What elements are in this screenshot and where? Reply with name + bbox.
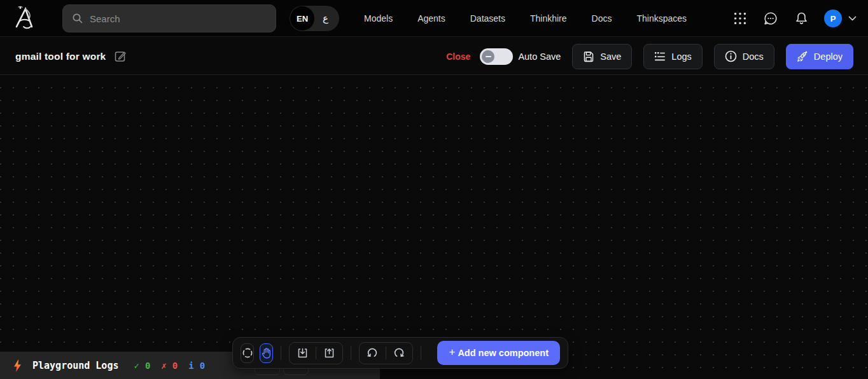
info-i-icon: i: [188, 361, 193, 371]
toolbar-divider: [281, 346, 281, 360]
success-check-icon: ✓: [134, 361, 139, 371]
canvas-toolbar: + Add new component: [232, 337, 568, 369]
info-count: 0: [200, 361, 205, 371]
fit-view-icon: [242, 347, 253, 359]
edit-title-icon[interactable]: [115, 50, 127, 62]
undo-icon: [367, 347, 378, 359]
playground-logs-title: Playground Logs: [32, 360, 118, 371]
toolbar-divider: [351, 346, 351, 360]
search-input[interactable]: [90, 13, 267, 24]
nav-link-thinkhire[interactable]: Thinkhire: [530, 13, 567, 24]
brand-logo[interactable]: [10, 4, 38, 32]
search-icon: [72, 13, 83, 24]
logs-button[interactable]: Logs: [643, 44, 702, 69]
calligraphic-a-icon: [12, 6, 36, 31]
success-count: 0: [145, 361, 150, 371]
navbar-icon-cluster: P: [734, 0, 857, 37]
export-button[interactable]: [316, 343, 342, 364]
add-new-component-button[interactable]: + Add new component: [437, 341, 560, 365]
error-count: 0: [172, 361, 178, 371]
primary-nav: Models Agents Datasets Thinkhire Docs Th…: [364, 0, 687, 37]
logs-counters: ✓ 0 ✗ 0 i 0: [134, 361, 205, 371]
save-floppy-icon: [583, 51, 594, 62]
page-title: gmail tool for work: [15, 51, 106, 62]
user-avatar[interactable]: P: [824, 10, 842, 27]
logs-button-label: Logs: [671, 52, 691, 62]
lightning-bolt-icon: [13, 359, 22, 373]
app-window: EN ع Models Agents Datasets Thinkhire Do…: [0, 0, 868, 379]
docs-button[interactable]: Docs: [714, 44, 774, 69]
nav-link-agents[interactable]: Agents: [417, 13, 445, 24]
workflow-canvas[interactable]: [0, 76, 868, 379]
deploy-button[interactable]: Deploy: [786, 44, 853, 69]
hand-icon: [262, 348, 271, 359]
logs-list-icon: [654, 52, 666, 62]
apps-grid-icon[interactable]: [734, 12, 746, 25]
auto-save-toggle[interactable]: [480, 48, 513, 65]
import-button[interactable]: [290, 343, 316, 364]
undo-redo-group: [359, 342, 413, 364]
add-component-label: Add new component: [458, 348, 549, 358]
undo-button[interactable]: [360, 343, 386, 364]
nav-link-models[interactable]: Models: [364, 13, 393, 24]
docs-button-label: Docs: [743, 52, 764, 62]
error-x-icon: ✗: [161, 361, 166, 371]
notifications-bell-icon[interactable]: [795, 11, 808, 25]
redo-icon: [393, 347, 405, 359]
close-button[interactable]: Close: [446, 52, 470, 62]
nav-link-datasets[interactable]: Datasets: [470, 13, 505, 24]
chevron-down-icon[interactable]: [848, 16, 857, 21]
chat-icon[interactable]: [764, 11, 778, 25]
save-button[interactable]: Save: [572, 44, 632, 69]
language-option-en[interactable]: EN: [290, 6, 314, 31]
fit-view-button[interactable]: [241, 343, 254, 363]
info-circle-icon: [725, 50, 737, 62]
pan-tool-button[interactable]: [260, 343, 273, 363]
rocket-icon: [797, 51, 808, 62]
nav-link-docs[interactable]: Docs: [592, 13, 612, 24]
import-icon: [297, 348, 308, 359]
save-button-label: Save: [600, 52, 621, 62]
deploy-button-label: Deploy: [814, 52, 843, 62]
import-export-group: [289, 342, 343, 364]
toolbar-divider: [421, 346, 421, 360]
search-bar[interactable]: [62, 4, 276, 32]
toggle-knob: [482, 50, 494, 63]
project-header: gmail tool for work Close Auto Save: [0, 38, 868, 75]
nav-link-thinkspaces[interactable]: Thinkspaces: [636, 13, 687, 24]
language-toggle[interactable]: EN ع: [290, 6, 339, 31]
plus-icon: +: [449, 346, 455, 359]
top-navbar: EN ع Models Agents Datasets Thinkhire Do…: [0, 0, 868, 37]
auto-save-label: Auto Save: [518, 52, 561, 62]
redo-button[interactable]: [386, 343, 412, 364]
export-icon: [324, 348, 335, 359]
language-option-arabic[interactable]: ع: [314, 13, 339, 24]
